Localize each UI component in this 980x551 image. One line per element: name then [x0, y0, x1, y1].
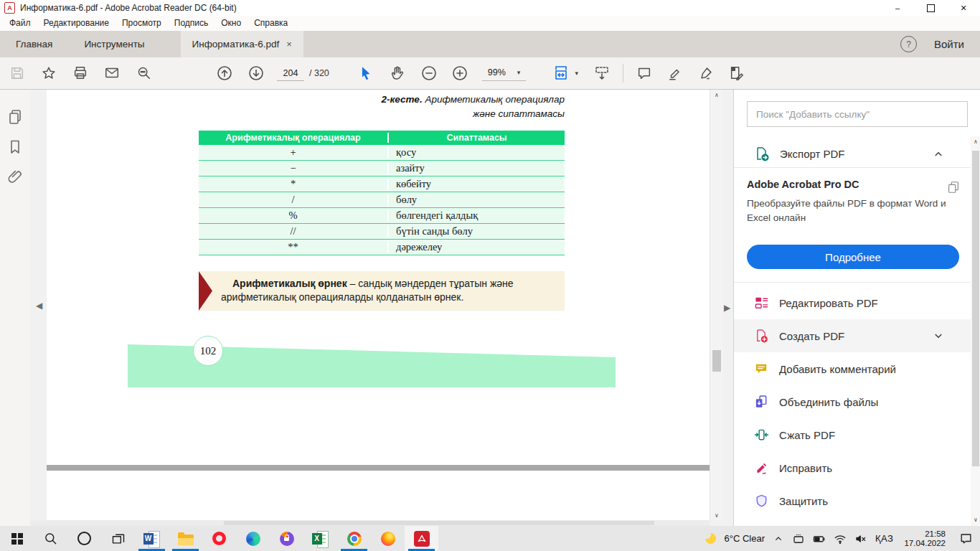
previous-page-arrow[interactable]: ◀: [36, 301, 42, 311]
weather-moon-icon[interactable]: [705, 533, 716, 544]
fit-width-icon: [552, 65, 570, 82]
attachments-button[interactable]: [0, 162, 30, 192]
previous-page-button[interactable]: [214, 62, 235, 84]
task-view-button[interactable]: [101, 526, 135, 551]
maximize-button[interactable]: [914, 0, 947, 16]
volume-muted-icon[interactable]: [854, 532, 867, 545]
fix-tool[interactable]: Исправить: [734, 451, 971, 484]
tab-document[interactable]: Информатика-6.pdf ×: [181, 31, 303, 57]
scrollbar-thumb[interactable]: [972, 151, 979, 466]
protect-tool[interactable]: Защитить: [734, 484, 971, 517]
zoom-level-dropdown[interactable]: 99% ▾: [482, 66, 527, 81]
taskbar-chrome[interactable]: [337, 526, 371, 551]
battery-icon[interactable]: [813, 532, 826, 545]
menu-window[interactable]: Окно: [215, 16, 248, 31]
op-cell: **: [199, 241, 387, 253]
tab-home[interactable]: Главная: [0, 31, 68, 57]
taskbar-avast-browser[interactable]: [270, 526, 303, 551]
scroll-down-arrow[interactable]: ∨: [710, 510, 723, 520]
taskbar-excel[interactable]: X: [303, 526, 337, 551]
chevron-down-icon[interactable]: ▾: [575, 70, 578, 77]
documents-icon: [946, 180, 961, 194]
sign-in-button[interactable]: Войти: [934, 38, 964, 50]
pages-icon: [6, 108, 24, 126]
action-center-icon[interactable]: [959, 532, 973, 545]
caption-line2: және сипаттамасы: [473, 108, 565, 119]
more-tools-button[interactable]: [726, 62, 748, 84]
edit-pdf-tool[interactable]: Редактировать PDF: [734, 286, 971, 319]
cortana-button[interactable]: [67, 526, 101, 551]
next-page-arrow[interactable]: ▶: [724, 303, 730, 313]
menu-view[interactable]: Просмотр: [116, 16, 168, 31]
menu-sign[interactable]: Подпись: [168, 16, 215, 31]
select-tool-button[interactable]: [355, 62, 377, 84]
chevron-up-icon[interactable]: [932, 148, 945, 161]
export-pdf-tool[interactable]: Экспорт PDF: [734, 141, 971, 168]
scroll-up-arrow[interactable]: ∧: [710, 90, 723, 100]
start-button[interactable]: [0, 526, 34, 551]
email-button[interactable]: [101, 62, 123, 84]
search-button[interactable]: [133, 62, 155, 84]
zoom-in-button[interactable]: [449, 62, 471, 84]
windows-logo-icon: [11, 533, 23, 545]
fountain-pen-icon: [698, 65, 714, 81]
display-icon[interactable]: [792, 532, 805, 545]
minimize-button[interactable]: –: [881, 0, 914, 16]
bookmarks-button[interactable]: [0, 132, 30, 162]
fit-width-button[interactable]: [550, 62, 572, 84]
scroll-up-arrow[interactable]: ∧: [971, 136, 980, 146]
page-number-input[interactable]: [277, 66, 304, 81]
op-cell: +: [199, 146, 387, 159]
taskbar-search-button[interactable]: [34, 526, 67, 551]
close-button[interactable]: ✕: [947, 0, 980, 16]
scroll-down-arrow[interactable]: ∨: [971, 514, 980, 524]
zoom-out-button[interactable]: [418, 62, 440, 84]
create-pdf-tool[interactable]: Создать PDF: [734, 319, 971, 352]
print-button[interactable]: [70, 62, 91, 84]
vertical-scrollbar[interactable]: ∧ ∨: [710, 90, 723, 520]
clock[interactable]: 21:58 17.04.2022: [904, 529, 946, 548]
promo-title: Adobe Acrobat Pro DC: [747, 179, 962, 190]
taskbar-explorer[interactable]: [169, 526, 202, 551]
scrollbar-thumb[interactable]: [712, 350, 721, 372]
taskbar-acrobat[interactable]: [405, 526, 438, 551]
close-tab-icon[interactable]: ×: [286, 39, 292, 50]
scrollbar-thumb[interactable]: [224, 521, 654, 525]
menu-help[interactable]: Справка: [248, 16, 294, 31]
window-title: Информатика-6.pdf - Adobe Acrobat Reader…: [20, 3, 237, 13]
wifi-icon[interactable]: [834, 532, 847, 545]
desc-cell: бүтін санды бөлу: [387, 225, 565, 237]
compress-pdf-tool[interactable]: Сжать PDF: [734, 418, 971, 451]
tray-expand-icon[interactable]: [773, 533, 784, 545]
taskbar-edge[interactable]: [236, 526, 270, 551]
menu-edit[interactable]: Редактирование: [37, 16, 116, 31]
comment-tool-button[interactable]: [633, 62, 655, 84]
weather-status[interactable]: 6°C Clear: [724, 533, 765, 544]
learn-more-button[interactable]: Подробнее: [747, 245, 959, 269]
tools-search-input[interactable]: [747, 101, 968, 127]
horizontal-scrollbar[interactable]: [30, 520, 710, 526]
keyboard-language[interactable]: ҚАЗ: [875, 533, 893, 544]
save-button[interactable]: [6, 62, 28, 84]
add-comment-tool[interactable]: Добавить комментарий: [734, 352, 971, 385]
help-icon[interactable]: ?: [900, 36, 917, 52]
minus-circle-icon: [420, 65, 438, 82]
caption-number: 2-кесте.: [382, 94, 423, 105]
chevron-down-icon[interactable]: [932, 329, 945, 342]
combine-files-tool[interactable]: Объединить файлы: [734, 385, 971, 418]
next-page-button[interactable]: [245, 62, 267, 84]
highlight-tool-button[interactable]: [664, 62, 686, 84]
page-scrolling-button[interactable]: [591, 62, 613, 84]
page-thumbnails-button[interactable]: [0, 102, 30, 132]
table-row: // бүтін санды бөлу: [199, 223, 565, 239]
star-button[interactable]: [38, 62, 60, 84]
menu-file[interactable]: Файл: [3, 16, 37, 31]
taskbar-opera[interactable]: [202, 526, 236, 551]
taskbar-firefox[interactable]: [371, 526, 405, 551]
tab-tools[interactable]: Инструменты: [68, 31, 160, 57]
op-cell: *: [199, 178, 387, 190]
hand-tool-button[interactable]: [387, 62, 408, 84]
fill-sign-tool-button[interactable]: [695, 62, 717, 84]
taskbar-word[interactable]: W: [135, 526, 169, 551]
panel-scrollbar[interactable]: ∧ ∨: [971, 136, 980, 526]
